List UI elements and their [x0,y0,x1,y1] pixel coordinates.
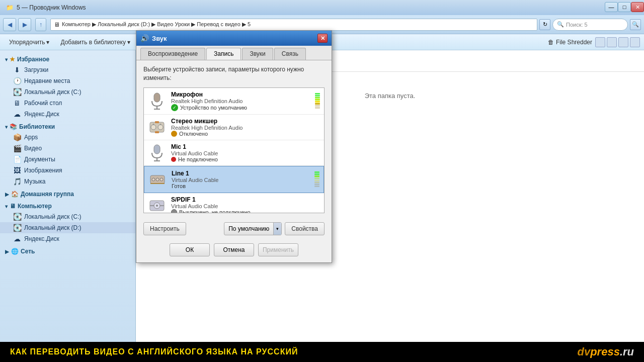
address-bar[interactable]: 🖥 Компьютер ▶ Локальный диск (D:) ▶ Виде… [50,19,537,31]
favorites-header[interactable]: ▾ ★ Избранное [0,54,135,64]
homegroup-header[interactable]: ▶ 🏠 Домашняя группа [0,189,135,199]
maximize-button[interactable]: □ [618,2,631,12]
forward-button[interactable]: ▶ [18,18,31,31]
view-list-button[interactable] [595,37,605,47]
downloads-icon: ⬇ [13,66,21,74]
default-label: По умолчанию [224,225,273,232]
video-label: Видео [24,145,42,152]
computer-header[interactable]: ▾ 🖥 Компьютер [0,201,135,211]
dialog-bottom-controls: Настроить По умолчанию ▾ Свойства [136,218,332,239]
network-section: ▶ 🌐 Сеть [0,246,135,256]
sidebar-item-music[interactable]: 🎵 Музыка [0,176,135,187]
properties-button[interactable]: Свойства [285,222,325,235]
view-extra-button[interactable] [630,37,640,47]
toolbar-right: 🗑 File Shredder [548,37,640,47]
search-bar[interactable]: 🔍 Поиск: 5 [552,19,628,31]
d-drive-label: Локальный диск (D:) [24,224,82,231]
device-item-spdif1[interactable]: S/PDIF 1 Virtual Audio Cable Выключено, … [144,193,324,213]
spdif1-info: S/PDIF 1 Virtual Audio Cable Выключено, … [171,196,320,213]
sidebar-item-yandex-disk[interactable]: ☁ Яндекс.Диск [0,233,135,244]
configure-button[interactable]: Настроить [143,222,186,235]
apply-label: Применить [263,246,294,253]
local-c-label: Локальный диск (C:) [24,88,82,96]
sidebar-item-images[interactable]: 🖼 Изображения [0,165,135,176]
sidebar-item-yandex-disk-fav[interactable]: ☁ Яндекс.Диск [0,109,135,120]
device-item-mic1[interactable]: Mic 1 Virtual Audio Cable Не подключено [144,140,324,166]
device-item-stereo-mixer[interactable]: Стерео микшер Realtek High Definition Au… [144,115,324,140]
computer-section: ▾ 🖥 Компьютер 💽 Локальный диск (C:) 💽 Ло… [0,201,135,244]
sidebar-item-desktop[interactable]: 🖥 Рабочий стол [0,98,135,109]
search-icon: 🔍 [557,21,564,28]
sidebar-item-d-drive[interactable]: 💽 Локальный диск (D:) [0,222,135,233]
libraries-header[interactable]: ▾ 📚 Библиотеки [0,122,135,132]
organize-arrow-icon: ▾ [46,39,49,46]
address-text: Компьютер ▶ Локальный диск (D:) ▶ Видео … [62,21,251,28]
cancel-button[interactable]: Отмена [214,243,254,256]
sidebar-item-c-drive[interactable]: 💽 Локальный диск (C:) [0,211,135,222]
sidebar-item-recent[interactable]: 🕐 Недавние места [0,75,135,86]
network-header[interactable]: ▶ 🌐 Сеть [0,246,135,256]
minimize-button[interactable]: — [605,2,618,12]
stereo-mixer-status: Отключено [179,131,208,137]
device-list[interactable]: Микрофон Realtek High Definition Audio ✓… [143,87,325,213]
tab-sounds[interactable]: Звуки [242,48,273,60]
mic1-info: Mic 1 Virtual Audio Cable Не подключено [171,143,320,162]
spdif1-name: S/PDIF 1 [171,196,320,203]
mic1-icon-wrap [148,144,166,162]
spdif1-status-icon [171,209,177,213]
refresh-button[interactable]: ↻ [539,19,550,30]
svg-rect-10 [154,145,160,154]
sidebar-item-apps[interactable]: 📦 Apps [0,132,135,143]
watermark-text: КАК ПЕРЕВОДИТЬ ВИДЕО С АНГЛИЙСКОГО ЯЗЫКА… [10,347,298,356]
spdif1-icon-wrap [148,197,166,213]
stereo-mixer-name: Стерео микшер [171,118,320,125]
device-item-microphone[interactable]: Микрофон Realtek High Definition Audio ✓… [144,88,324,115]
back-button[interactable]: ◀ [3,18,16,31]
dialog-close-button[interactable]: ✕ [317,34,328,43]
sound-dialog[interactable]: 🔊 Звук ✕ Воспроизведение Запись Звуки Св… [136,30,332,263]
close-window-button[interactable]: ✕ [631,2,644,12]
sidebar-item-documents[interactable]: 📄 Документы [0,154,135,165]
add-library-label: Добавить в библиотеку [60,39,126,46]
stereo-mixer-icon-wrap [148,118,166,136]
stereo-mixer-info: Стерео микшер Realtek High Definition Au… [171,118,320,137]
default-dropdown[interactable]: По умолчанию ▾ [224,222,282,235]
view-tiles-button[interactable] [618,37,628,47]
ok-label: ОК [186,246,194,253]
spdif1-driver: Virtual Audio Cable [171,203,320,209]
tab-sounds-label: Звуки [250,50,265,57]
recent-label: Недавние места [24,77,70,84]
sidebar-item-local-c[interactable]: 💽 Локальный диск (C:) [0,86,135,98]
mic1-status: Не подключено [178,156,218,162]
add-library-button[interactable]: Добавить в библиотеку ▾ [55,36,135,48]
sidebar-item-downloads[interactable]: ⬇ Загрузки [0,64,135,75]
homegroup-label: Домашняя группа [21,191,74,198]
music-icon: 🎵 [13,177,21,186]
tab-comm[interactable]: Связь [274,48,306,60]
libraries-arrow-icon: ▾ [5,124,8,130]
mic1-svg-icon [149,144,165,162]
organize-button[interactable]: Упорядочить ▾ [4,36,54,48]
apply-button[interactable]: Применить [258,243,298,256]
tab-recording[interactable]: Запись [206,48,241,60]
tab-playback[interactable]: Воспроизведение [140,48,205,60]
yandex-disk-label: Яндекс.Диск [24,235,59,242]
device-item-line1[interactable]: Line 1 Virtual Audio Cable Готов [144,166,324,193]
images-icon: 🖼 [13,166,21,174]
mic1-status-icon [171,157,176,162]
dialog-title-bar: 🔊 Звук ✕ [136,31,332,46]
ok-button[interactable]: ОК [170,243,210,256]
mic1-driver: Virtual Audio Cable [171,150,320,156]
view-buttons [595,37,640,47]
sidebar-item-video[interactable]: 🎬 Видео [0,143,135,154]
dialog-description: Выберите устройство записи, параметры ко… [143,65,325,82]
libraries-icon: 📚 [10,123,17,130]
title-bar-icon: 📁 [6,4,14,11]
d-drive-icon: 💽 [13,224,21,232]
computer-arrow-icon: ▾ [5,204,8,209]
search-go-icon: 🔍 [632,21,639,28]
search-button[interactable]: 🔍 [630,19,641,30]
view-details-button[interactable] [607,37,617,47]
default-dropdown-arrow-icon[interactable]: ▾ [273,223,281,235]
up-button[interactable]: ↑ [35,18,46,31]
